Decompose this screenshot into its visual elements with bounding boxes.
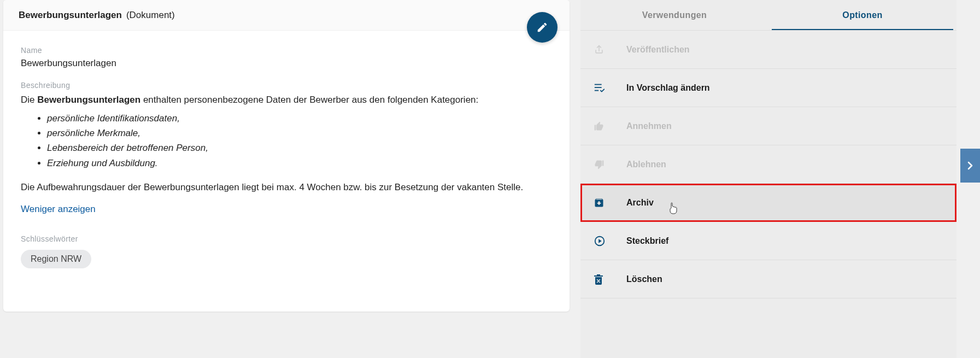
option-delete[interactable]: Löschen	[580, 260, 956, 298]
tab-options[interactable]: Optionen	[768, 0, 956, 30]
chevron-right-icon	[966, 161, 974, 171]
keywords-label: Schlüsselwörter	[21, 234, 552, 243]
document-title: Bewerbungsunterlagen	[19, 10, 122, 21]
description-intro-bold: Bewerbungsunterlagen	[37, 95, 140, 105]
description-intro-suffix: enthalten personenbezogene Daten der Bew…	[140, 95, 478, 105]
options-list: Veröffentlichen In Vorschlag ändern Anne…	[580, 31, 956, 298]
tab-usages[interactable]: Verwendungen	[580, 0, 768, 30]
thumb-up-icon	[594, 121, 626, 132]
share-icon	[594, 44, 626, 55]
description-label: Beschreibung	[21, 81, 552, 90]
option-label: In Vorschlag ändern	[626, 83, 710, 93]
edit-button[interactable]	[527, 12, 558, 43]
option-accept: Annehmen	[580, 107, 956, 145]
show-less-link[interactable]: Weniger anzeigen	[21, 204, 96, 215]
option-label: Veröffentlichen	[626, 45, 690, 55]
description-intro: Die Bewerbungsunterlagen enthalten perso…	[21, 93, 552, 107]
svg-rect-2	[595, 90, 598, 91]
document-header: Bewerbungsunterlagen (Dokument)	[3, 0, 570, 31]
description-paragraph2: Die Aufbewahrungsdauer der Bewerbungsunt…	[21, 180, 552, 195]
list-item: Erziehung und Ausbildung.	[47, 156, 552, 171]
name-value: Bewerbungsunterlagen	[21, 58, 552, 69]
thumb-down-icon	[594, 159, 626, 170]
collapse-side-panel-button[interactable]	[960, 149, 980, 183]
option-publish: Veröffentlichen	[580, 31, 956, 69]
cursor-icon	[668, 202, 678, 214]
option-label: Annehmen	[626, 121, 672, 131]
document-type: (Dokument)	[126, 10, 175, 21]
document-body: Name Bewerbungsunterlagen Beschreibung D…	[3, 31, 570, 279]
svg-rect-0	[595, 84, 602, 85]
side-panel: Verwendungen Optionen Veröffentlichen	[580, 0, 956, 358]
description-list: persönliche Identifikationsdaten, persön…	[47, 111, 552, 171]
option-change-to-proposal[interactable]: In Vorschlag ändern	[580, 69, 956, 107]
option-reject: Ablehnen	[580, 145, 956, 184]
list-item: persönliche Merkmale,	[47, 126, 552, 140]
option-profile[interactable]: Steckbrief	[580, 222, 956, 260]
play-circle-icon	[594, 235, 626, 247]
svg-rect-1	[595, 87, 602, 88]
pencil-icon	[536, 21, 548, 33]
keyword-tag[interactable]: Region NRW	[21, 250, 91, 268]
option-label: Steckbrief	[626, 236, 668, 246]
name-label: Name	[21, 46, 552, 55]
list-item: persönliche Identifikationsdaten,	[47, 111, 552, 126]
list-check-icon	[594, 83, 626, 93]
document-detail-panel: Bewerbungsunterlagen (Dokument) Name Bew…	[3, 0, 570, 312]
option-label: Ablehnen	[626, 160, 666, 169]
trash-icon	[594, 274, 626, 285]
option-label: Archiv	[626, 198, 654, 208]
option-archive[interactable]: Archiv	[580, 184, 956, 222]
option-label: Löschen	[626, 274, 662, 284]
list-item: Lebensbereich der betroffenen Person,	[47, 141, 552, 155]
description-intro-prefix: Die	[21, 95, 37, 105]
archive-icon	[594, 197, 626, 208]
side-tabs: Verwendungen Optionen	[580, 0, 956, 31]
